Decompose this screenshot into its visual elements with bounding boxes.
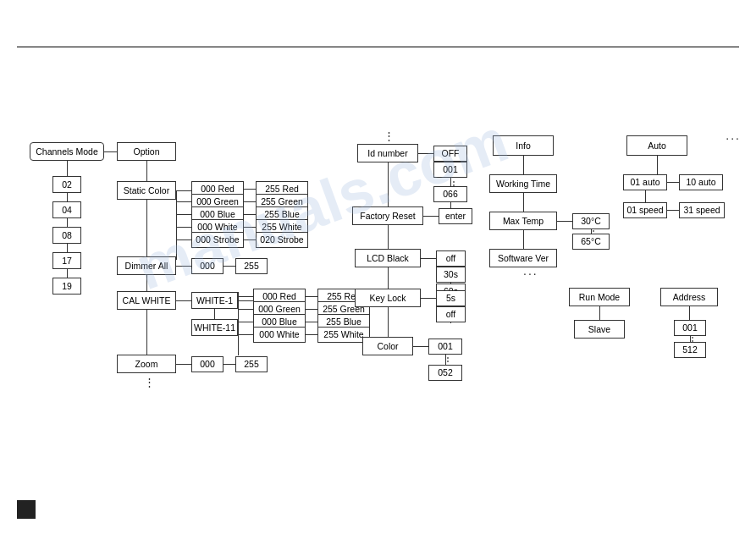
zoom-255-box: 255: [235, 356, 268, 372]
dots-id-above: ⋮: [384, 129, 395, 142]
white1-box: WHITE-1: [191, 292, 238, 309]
static-color-box: Static Color: [117, 181, 176, 200]
arrow-sc-green: [176, 201, 191, 202]
white11-box: WHITE-11: [191, 319, 238, 336]
arrow-info-down: [523, 156, 524, 174]
max-temp-box: Max Temp: [489, 212, 557, 230]
lcd-off-box: off: [436, 250, 466, 267]
arrow-w1-255blue: [306, 322, 317, 322]
dimmer-all-box: Dimmer All: [117, 256, 176, 275]
01auto-box: 01 auto: [623, 174, 667, 190]
color-box: Color: [362, 337, 413, 355]
bottom-black-square: [17, 500, 36, 519]
dots-middle: ···: [523, 267, 538, 280]
31speed-box: 31 speed: [679, 202, 725, 218]
channels-mode-box: Channels Mode: [30, 142, 104, 161]
arrow-zoom-000: [176, 364, 191, 365]
page-container: manuals.com ··· ··· Channels Mode 02 04 …: [0, 0, 756, 534]
arrow-da-down: [146, 275, 147, 292]
zoom-000-box: 000: [191, 356, 223, 372]
arrow-000white-255white: [244, 227, 256, 228]
arrow-lcd-kl: [388, 267, 389, 289]
arrow-01auto-10auto: [667, 182, 679, 183]
arrow-w1-255red: [306, 296, 317, 297]
10auto-box: 10 auto: [679, 174, 723, 190]
arrow-sc-white: [176, 227, 191, 228]
channels-mode-label: Channels Mode: [36, 146, 98, 157]
ch08-box: 08: [52, 227, 81, 244]
mt-65c-box: 65°C: [572, 234, 610, 250]
arrow-08-17: [67, 244, 68, 252]
arrow-auto-down: [657, 156, 658, 174]
kl-off-box: off: [436, 306, 466, 322]
info-box: Info: [493, 135, 554, 156]
arrow-kl-color: [388, 307, 389, 337]
arrow-w1-255green: [306, 309, 317, 310]
arrow-color-001: [413, 346, 428, 347]
auto-box: Auto: [626, 135, 687, 156]
arrow-cw-down: [146, 310, 147, 355]
id-001-box: 001: [433, 162, 467, 178]
arrow-rm-slave: [599, 306, 600, 320]
arrow-000green-255green: [244, 201, 256, 202]
arrow-17-19: [67, 269, 68, 278]
software-ver-box: Software Ver: [489, 249, 557, 267]
cal-white-box: CAL WHITE: [117, 291, 176, 310]
option-box: Option: [117, 142, 176, 161]
arrow-ch-down: [67, 161, 68, 176]
arrow-sc-colors: [176, 190, 191, 191]
arrow-da-255: [223, 266, 235, 267]
arrow-w1-w11: [214, 309, 215, 319]
arrow-sc-strobe: [176, 239, 191, 240]
da-000-box: 000: [191, 258, 223, 274]
run-mode-box: Run Mode: [569, 288, 630, 306]
arrow-w1-colors: [238, 300, 253, 301]
arrow-ch-option: [104, 151, 117, 152]
arrow-01speed-31speed: [667, 210, 679, 211]
addr-512-box: 512: [674, 342, 706, 358]
arrow-wt-down: [523, 193, 524, 212]
arrow-w1-000green: [238, 309, 253, 310]
arrow-auto-speed: [645, 190, 646, 202]
arrow-idn-fr: [388, 162, 389, 206]
arrow-lcd-off: [421, 258, 436, 259]
arrow-sc-down: [146, 200, 147, 257]
arrow-02-04: [67, 193, 68, 201]
lcd-30s-box: 30s: [436, 267, 466, 283]
slave-box: Slave: [574, 320, 625, 339]
ch19-box: 19: [52, 278, 81, 295]
id-number-box: Id number: [357, 144, 418, 162]
arrow-cw-white1: [176, 300, 191, 301]
working-time-box: Working Time: [489, 174, 557, 193]
arrow-000red-255red: [244, 189, 256, 190]
arrow-w1-colors-v: [238, 292, 239, 355]
arrow-sc-blue: [176, 214, 191, 215]
arrow-kl-5s: [421, 298, 436, 299]
lcd-black-box: LCD Black: [355, 249, 421, 267]
arrow-w1-000red: [238, 296, 253, 297]
ch17-box: 17: [52, 252, 81, 269]
addr-001-box: 001: [674, 320, 706, 336]
arrow-04-08: [67, 218, 68, 227]
arrow-zoom-255: [223, 364, 235, 365]
address-box: Address: [660, 288, 718, 306]
arrow-mt-30c: [557, 221, 572, 222]
ch02-box: 02: [52, 176, 81, 193]
arrow-000strobe-020strobe: [244, 239, 256, 240]
arrow-option-down: [146, 161, 147, 181]
mt-30c-box: 30°C: [572, 213, 610, 229]
key-lock-box: Key Lock: [355, 289, 421, 307]
01speed-box: 01 speed: [623, 202, 667, 218]
arrow-w1-000blue: [238, 322, 253, 322]
arrow-fr-enter: [423, 216, 439, 217]
arrow-w1-255white: [306, 334, 317, 335]
enter-box: enter: [439, 208, 472, 224]
kl-5s-box: 5s: [436, 290, 466, 306]
w1-000white-box: 000 White: [253, 327, 306, 343]
arrow-addr-001: [689, 306, 690, 320]
color-001-box: 001: [428, 339, 462, 355]
id-066-box: 066: [433, 186, 467, 202]
dots-top-right: ···: [726, 131, 741, 145]
arrow-mt-sv: [523, 230, 524, 249]
arrow-da-000: [176, 266, 191, 267]
